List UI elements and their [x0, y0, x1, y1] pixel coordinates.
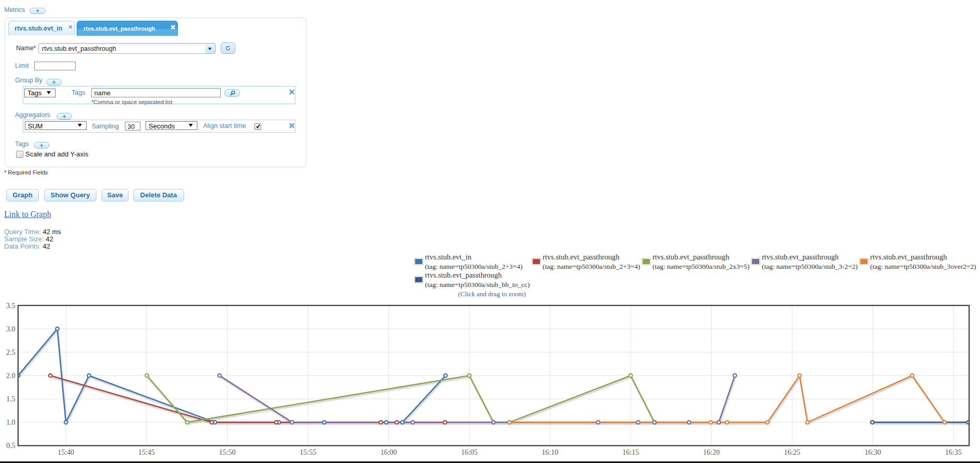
svg-text:16:30: 16:30: [864, 448, 881, 456]
svg-text:16:15: 16:15: [622, 448, 639, 456]
svg-text:16:10: 16:10: [542, 448, 558, 456]
svg-text:2.0: 2.0: [6, 372, 16, 380]
svg-text:15:50: 15:50: [219, 448, 236, 456]
svg-text:16:00: 16:00: [380, 448, 397, 456]
svg-text:1.5: 1.5: [6, 395, 16, 403]
svg-text:16:05: 16:05: [461, 448, 478, 456]
svg-text:16:25: 16:25: [784, 448, 800, 456]
svg-text:15:40: 15:40: [58, 448, 74, 456]
svg-text:3.0: 3.0: [6, 325, 16, 333]
svg-text:1.0: 1.0: [6, 418, 16, 426]
svg-text:16:35: 16:35: [945, 448, 962, 456]
svg-text:15:55: 15:55: [300, 448, 316, 456]
svg-text:2.5: 2.5: [6, 349, 16, 356]
svg-text:15:45: 15:45: [138, 448, 155, 456]
svg-text:16:20: 16:20: [703, 448, 720, 456]
svg-text:3.5: 3.5: [6, 302, 16, 310]
svg-text:0.5: 0.5: [6, 442, 16, 450]
